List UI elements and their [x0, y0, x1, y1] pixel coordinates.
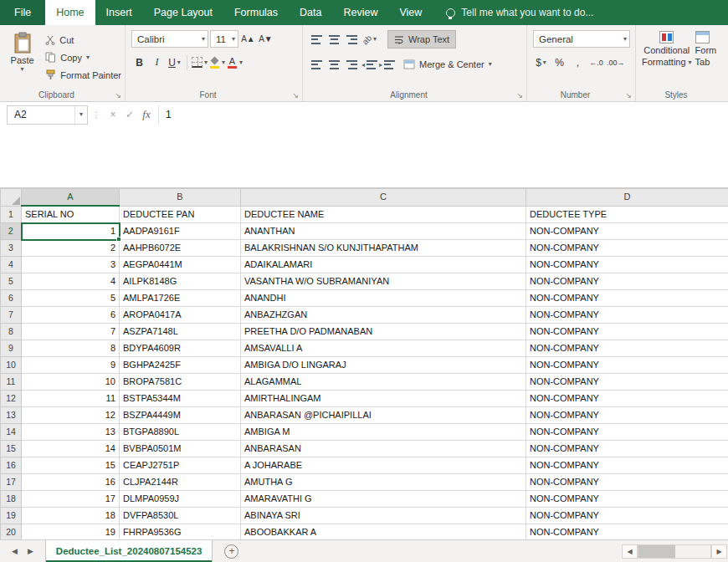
sheet-tab-active[interactable]: Deductee_List_20240807154523: [45, 540, 213, 562]
cell-A11[interactable]: 10: [22, 374, 120, 391]
cut-button[interactable]: Cut: [45, 32, 121, 48]
row-header-18[interactable]: 18: [1, 491, 22, 508]
paste-dropdown-icon[interactable]: ▾: [21, 66, 24, 73]
row-header-12[interactable]: 12: [1, 391, 22, 407]
column-header-C[interactable]: C: [241, 189, 526, 207]
cell-C5[interactable]: VASANTHA W/O SUBRAMANIYAN: [241, 273, 526, 290]
cell-C12[interactable]: AMIRTHALINGAM: [241, 391, 526, 407]
clipboard-dialog-launcher-icon[interactable]: ↘: [115, 91, 121, 100]
prev-sheet-button[interactable]: ◀: [12, 547, 18, 555]
decrease-font-size-button[interactable]: A▼: [258, 31, 274, 47]
tab-data[interactable]: Data: [289, 0, 332, 25]
row-header-8[interactable]: 8: [1, 324, 22, 340]
cell-C15[interactable]: ANBARASAN: [241, 441, 526, 457]
cell-C11[interactable]: ALAGAMMAL: [241, 374, 526, 391]
font-dialog-launcher-icon[interactable]: ↘: [292, 91, 299, 100]
tab-page-layout[interactable]: Page Layout: [143, 0, 223, 25]
cell-C20[interactable]: ABOOBAKKAR A: [241, 524, 526, 540]
tab-formulas[interactable]: Formulas: [223, 0, 289, 25]
cell-C6[interactable]: ANANDHI: [241, 290, 526, 307]
fill-color-button[interactable]: ▾: [209, 54, 225, 70]
cell-B3[interactable]: AAHPB6072E: [120, 240, 241, 257]
row-header-17[interactable]: 17: [1, 474, 22, 491]
cell-A12[interactable]: 11: [22, 391, 120, 407]
cell-C19[interactable]: ABINAYA SRI: [241, 508, 526, 524]
cell-A7[interactable]: 6: [22, 307, 120, 324]
cell-A17[interactable]: 16: [22, 474, 120, 491]
cell-C4[interactable]: ADAIKALAMARI: [241, 257, 526, 273]
row-header-19[interactable]: 19: [1, 508, 22, 524]
cell-B4[interactable]: AEGPA0441M: [120, 257, 241, 273]
increase-font-size-button[interactable]: A▲: [240, 31, 256, 47]
cell-D12[interactable]: NON-COMPANY: [526, 391, 728, 407]
scroll-left-button[interactable]: ◀: [622, 544, 638, 559]
cell-C3[interactable]: BALAKRISHNAN S/O KUNJITHAPATHAM: [241, 240, 526, 257]
cell-C8[interactable]: PREETHA D/O PADMANABAN: [241, 324, 526, 340]
cell-C7[interactable]: ANBAZHZGAN: [241, 307, 526, 324]
cell-D14[interactable]: NON-COMPANY: [526, 424, 728, 441]
row-header-16[interactable]: 16: [1, 457, 22, 474]
cell-B11[interactable]: BROPA7581C: [120, 374, 241, 391]
cell-C18[interactable]: AMARAVATHI G: [241, 491, 526, 508]
column-header-A[interactable]: A: [22, 189, 120, 207]
orientation-button[interactable]: ab ▾: [361, 32, 377, 48]
cell-C16[interactable]: A JOHARABE: [241, 457, 526, 474]
align-middle-button[interactable]: [326, 32, 342, 48]
row-header-3[interactable]: 3: [1, 240, 22, 257]
cell-D8[interactable]: NON-COMPANY: [526, 324, 728, 340]
increase-decimal-button[interactable]: ←.0: [588, 54, 604, 70]
italic-button[interactable]: I: [149, 54, 165, 70]
cell-A8[interactable]: 7: [22, 324, 120, 340]
tell-me-box[interactable]: Tell me what you want to do...: [446, 0, 593, 25]
tab-file[interactable]: File: [0, 0, 45, 25]
row-header-20[interactable]: 20: [1, 524, 22, 540]
scrollbar-track[interactable]: [638, 544, 711, 559]
row-header-14[interactable]: 14: [1, 424, 22, 441]
cell-A5[interactable]: 4: [22, 273, 120, 290]
decrease-decimal-button[interactable]: .00→: [607, 54, 625, 70]
enter-button[interactable]: ✓: [121, 109, 138, 120]
tab-home[interactable]: Home: [45, 0, 95, 25]
cell-B5[interactable]: AILPK8148G: [120, 273, 241, 290]
cell-B10[interactable]: BGHPA2425F: [120, 357, 241, 374]
cell-A10[interactable]: 9: [22, 357, 120, 374]
cell-D1[interactable]: DEDUCTEE TYPE: [526, 206, 728, 223]
cell-A16[interactable]: 15: [22, 457, 120, 474]
cell-D20[interactable]: NON-COMPANY: [526, 524, 728, 540]
cancel-button[interactable]: ×: [105, 109, 121, 120]
formula-input[interactable]: 1: [158, 105, 728, 125]
decrease-indent-button[interactable]: ◂: [361, 57, 377, 73]
font-size-select[interactable]: 11 ▾: [210, 30, 238, 48]
font-name-dropdown-icon[interactable]: ▾: [198, 36, 205, 43]
align-right-button[interactable]: [344, 57, 360, 73]
underline-button[interactable]: U ▾: [167, 54, 182, 70]
copy-dropdown-icon[interactable]: ▾: [86, 54, 90, 61]
cell-B19[interactable]: DVFPA8530L: [120, 508, 241, 524]
cell-C17[interactable]: AMUTHA G: [241, 474, 526, 491]
cell-A18[interactable]: 17: [22, 491, 120, 508]
cell-D13[interactable]: NON-COMPANY: [526, 407, 728, 424]
row-header-1[interactable]: 1: [1, 206, 22, 223]
cell-A14[interactable]: 13: [22, 424, 120, 441]
cell-D9[interactable]: NON-COMPANY: [526, 340, 728, 357]
cell-B12[interactable]: BSTPA5344M: [120, 391, 241, 407]
fill-handle[interactable]: [116, 237, 121, 242]
cell-A9[interactable]: 8: [22, 340, 120, 357]
align-top-button[interactable]: [309, 32, 325, 48]
scroll-right-button[interactable]: ▶: [711, 544, 727, 559]
cell-C10[interactable]: AMBIGA D/O LINGARAJ: [241, 357, 526, 374]
percent-style-button[interactable]: %: [551, 54, 567, 70]
name-box[interactable]: A2 ▾: [7, 105, 88, 125]
cell-B20[interactable]: FHRPA9536G: [120, 524, 241, 540]
cell-B18[interactable]: DLMPA0959J: [120, 491, 241, 508]
align-left-button[interactable]: [309, 57, 325, 73]
cell-D19[interactable]: NON-COMPANY: [526, 508, 728, 524]
copy-button[interactable]: Copy ▾: [45, 49, 121, 65]
increase-indent-button[interactable]: ▸: [379, 57, 395, 73]
cell-B17[interactable]: CLJPA2144R: [120, 474, 241, 491]
paste-button[interactable]: Paste ▾: [6, 30, 38, 87]
number-format-select[interactable]: General ▾: [533, 30, 630, 48]
cell-A6[interactable]: 5: [22, 290, 120, 307]
cell-C9[interactable]: AMSAVALLI A: [241, 340, 526, 357]
select-all-corner[interactable]: [1, 189, 22, 207]
